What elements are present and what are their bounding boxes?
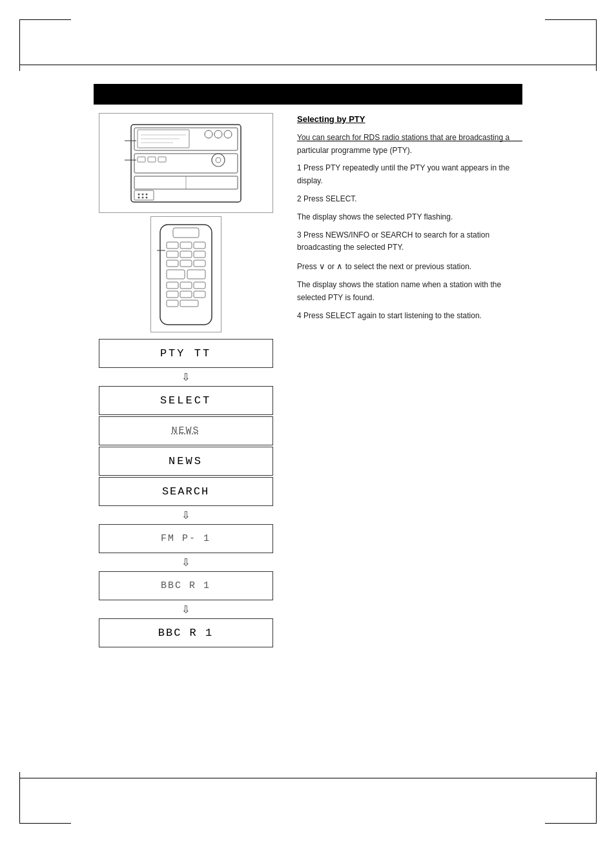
svg-rect-34 (167, 260, 178, 267)
arrow-after-bbc-dotted: ⇩ (181, 603, 190, 617)
body-text: You can search for RDS radio stations th… (297, 132, 522, 323)
right-panel: Selecting by PTY You can search for RDS … (297, 113, 522, 327)
svg-rect-35 (180, 260, 192, 267)
arrow-after-search: ⇩ (181, 509, 190, 523)
display-box-fm-dotted: FM P- 1 (99, 524, 273, 553)
display-box-pty-tt: PTY TT (99, 339, 273, 368)
display-box-bbc-dotted: BBC R 1 (99, 571, 273, 600)
paragraph-3: The display shows the selected PTY flash… (297, 211, 522, 224)
paragraph-7: 4 Press SELECT again to start listening … (297, 310, 522, 323)
horizontal-line-bottom (19, 778, 597, 778)
svg-rect-26 (160, 225, 212, 325)
fm-dotted-text: FM P- 1 (161, 533, 210, 544)
svg-point-6 (205, 130, 212, 138)
paragraph-5: Press ∨ or ∧ to select the next or previ… (297, 259, 522, 274)
paragraph-4: 3 Press NEWS/INFO or SEARCH to search fo… (297, 229, 522, 255)
corner-border-top-left (19, 19, 71, 71)
svg-point-19 (141, 193, 143, 195)
paragraph-0: You can search for RDS radio stations th… (297, 132, 522, 157)
svg-rect-36 (194, 260, 205, 267)
svg-point-23 (145, 196, 147, 198)
stereo-device-diagram (99, 113, 273, 213)
header-bar (94, 84, 522, 105)
search-text: SEARCH (162, 485, 209, 498)
svg-point-7 (214, 130, 222, 138)
svg-rect-44 (194, 291, 205, 298)
remote-control-diagram (150, 216, 221, 332)
select-text: SELECT (160, 394, 211, 407)
svg-rect-42 (167, 291, 178, 298)
svg-rect-41 (194, 282, 205, 289)
svg-point-22 (141, 196, 143, 198)
svg-rect-30 (194, 242, 205, 249)
display-box-news-plain: NEWS (99, 447, 273, 476)
svg-rect-27 (173, 228, 199, 238)
news-dotted-text: NEWS (171, 425, 200, 436)
left-panel: PTY TT ⇩ SELECT NEWS NEWS SEARCH ⇩ FM P-… (94, 113, 278, 649)
paragraph-1: 1 Press PTY repeatedly until the PTY you… (297, 162, 522, 188)
svg-rect-39 (167, 282, 178, 289)
arrow-after-fm: ⇩ (181, 556, 190, 570)
display-box-bbc-plain: BBC R 1 (99, 618, 273, 647)
display-box-search: SEARCH (99, 477, 273, 506)
svg-rect-1 (134, 128, 238, 150)
horizontal-line-top (19, 65, 597, 65)
svg-point-13 (212, 154, 225, 167)
svg-rect-9 (134, 154, 238, 173)
news-plain-text: NEWS (169, 455, 203, 467)
svg-rect-46 (180, 300, 198, 307)
svg-rect-33 (194, 251, 205, 258)
corner-border-bottom-left (19, 772, 71, 824)
chevron-down-icon: ∨ (319, 261, 325, 271)
svg-rect-31 (167, 251, 178, 258)
paragraph-2: 2 Press SELECT. (297, 193, 522, 206)
svg-point-18 (138, 193, 139, 195)
svg-rect-38 (187, 270, 205, 279)
svg-rect-10 (138, 157, 145, 162)
svg-point-21 (138, 196, 139, 198)
svg-rect-17 (134, 190, 154, 200)
svg-rect-12 (158, 157, 166, 162)
svg-rect-37 (167, 270, 185, 279)
svg-rect-11 (148, 157, 156, 162)
corner-border-bottom-right (545, 772, 597, 824)
svg-point-20 (145, 193, 147, 195)
corner-border-top-right (545, 19, 597, 71)
svg-rect-45 (167, 300, 178, 307)
svg-rect-32 (180, 251, 192, 258)
bbc-plain-text: BBC R 1 (158, 627, 213, 639)
pty-tt-text: PTY TT (160, 347, 211, 360)
arrow-after-pty-tt: ⇩ (181, 371, 190, 385)
display-box-select: SELECT (99, 386, 273, 415)
svg-rect-28 (167, 242, 178, 249)
section-title: Selecting by PTY (297, 113, 522, 127)
display-box-news-dotted: NEWS (99, 416, 273, 445)
svg-point-14 (216, 157, 221, 163)
svg-point-8 (224, 130, 232, 138)
bbc-dotted-text: BBC R 1 (161, 580, 210, 591)
chevron-up-icon: ∧ (336, 261, 343, 271)
svg-rect-29 (180, 242, 192, 249)
svg-rect-43 (180, 291, 192, 298)
paragraph-6: The display shows the station name when … (297, 279, 522, 305)
svg-rect-40 (180, 282, 192, 289)
